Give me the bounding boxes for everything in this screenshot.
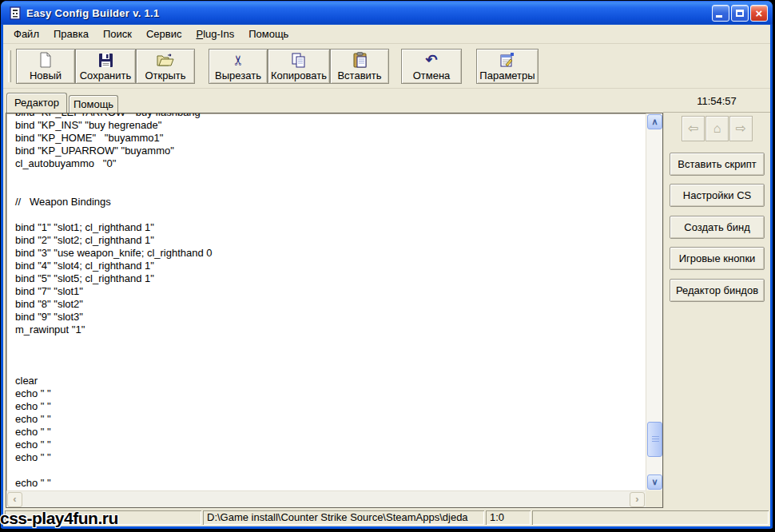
undo-button[interactable]: ↶ Отмена	[401, 49, 462, 84]
tab-help[interactable]: Помощь	[69, 95, 118, 113]
menu-edit[interactable]: Правка	[46, 26, 96, 42]
save-button[interactable]: Сохранить	[75, 49, 136, 84]
horizontal-scrollbar[interactable]: ‹ ›	[6, 490, 646, 507]
copy-button[interactable]: Копировать	[268, 49, 330, 84]
properties-sheet-icon	[499, 50, 515, 69]
scroll-up-button[interactable]: ∧	[647, 114, 662, 129]
scissors-icon: ✂	[232, 50, 244, 69]
scroll-left-button[interactable]: ‹	[7, 492, 22, 507]
nav-home-button[interactable]: ⌂	[705, 116, 729, 141]
site-watermark: css-play4fun.ru	[0, 509, 118, 528]
app-icon	[9, 6, 22, 20]
side-panel: ⇦ ⌂ ⇨ Вставить скрипт Настройки CS Созда…	[663, 113, 770, 508]
clipboard-icon	[352, 50, 368, 69]
scroll-right-button[interactable]: ›	[630, 492, 645, 507]
scroll-down-button[interactable]: ∨	[647, 474, 662, 490]
nav-forward-button[interactable]: ⇨	[729, 116, 753, 141]
status-file-path: D:\Game install\Counter Strike Source\St…	[203, 510, 484, 525]
menu-file[interactable]: Файл	[6, 26, 46, 42]
cut-button[interactable]: ✂ Вырезать	[209, 49, 268, 84]
vertical-scrollbar[interactable]: ∧ ∨	[646, 113, 662, 490]
vertical-scroll-thumb[interactable]	[647, 422, 662, 457]
nav-back-button[interactable]: ⇦	[682, 116, 705, 141]
maximize-button[interactable]	[731, 5, 749, 22]
menu-service[interactable]: Сервис	[139, 26, 189, 42]
parameters-button[interactable]: Параметры	[476, 49, 539, 84]
window-title: Easy Config Builder v. 1.1	[26, 7, 712, 19]
status-cursor-position: 1:0	[486, 510, 531, 525]
tab-editor[interactable]: Редактор	[6, 93, 67, 113]
cs-settings-button[interactable]: Настройки CS	[670, 184, 765, 207]
config-text-editor[interactable]: bind "KP_LEFTARROW" "buy flashbang" bind…	[6, 113, 663, 508]
maximize-icon	[736, 10, 744, 17]
arrow-left-icon: ⇦	[688, 121, 698, 135]
game-keys-button[interactable]: Игровые кнопки	[670, 247, 765, 270]
open-folder-icon	[157, 50, 174, 69]
menu-help[interactable]: Помощь	[241, 26, 296, 42]
status-cell-spare	[532, 510, 769, 525]
menu-bar: Файл Правка Поиск Сервис Plug-Ins Помощь	[3, 25, 770, 44]
status-bar: D:\Game install\Counter Strike Source\St…	[3, 508, 770, 526]
close-icon: ×	[751, 6, 767, 21]
home-icon: ⌂	[713, 121, 721, 135]
nav-button-row: ⇦ ⌂ ⇨	[664, 116, 770, 141]
app-window: Easy Config Builder v. 1.1 × Файл Правка…	[1, 1, 773, 529]
toolbar-gripper	[8, 50, 11, 82]
scrollbar-corner	[646, 490, 662, 507]
title-bar[interactable]: Easy Config Builder v. 1.1 ×	[1, 1, 773, 25]
open-button[interactable]: Открыть	[136, 49, 195, 84]
arrow-right-icon: ⇨	[736, 121, 746, 135]
paste-button[interactable]: Вставить	[330, 49, 389, 84]
bind-editor-button[interactable]: Редактор биндов	[670, 279, 765, 302]
tab-bar: Редактор Помощь	[3, 91, 663, 113]
clock-display: 11:54:57	[663, 91, 770, 113]
minimize-button[interactable]	[712, 5, 729, 22]
editor-viewport[interactable]: bind "KP_LEFTARROW" "buy flashbang" bind…	[6, 113, 646, 490]
menu-plugins[interactable]: Plug-Ins	[189, 26, 241, 42]
copy-pages-icon	[291, 50, 307, 69]
new-document-icon	[38, 50, 53, 69]
toolbar: Новый Сохранить Открыть ✂ Вырезать	[3, 45, 770, 89]
minimize-icon	[716, 15, 722, 18]
close-button[interactable]: ×	[750, 5, 768, 22]
menu-search[interactable]: Поиск	[96, 26, 139, 42]
new-button[interactable]: Новый	[16, 49, 75, 84]
undo-arrow-icon: ↶	[425, 50, 437, 69]
create-bind-button[interactable]: Создать бинд	[670, 216, 765, 239]
floppy-disk-icon	[98, 50, 113, 69]
insert-script-button[interactable]: Вставить скрипт	[670, 153, 765, 176]
config-text[interactable]: bind "KP_LEFTARROW" "buy flashbang" bind…	[6, 113, 646, 490]
